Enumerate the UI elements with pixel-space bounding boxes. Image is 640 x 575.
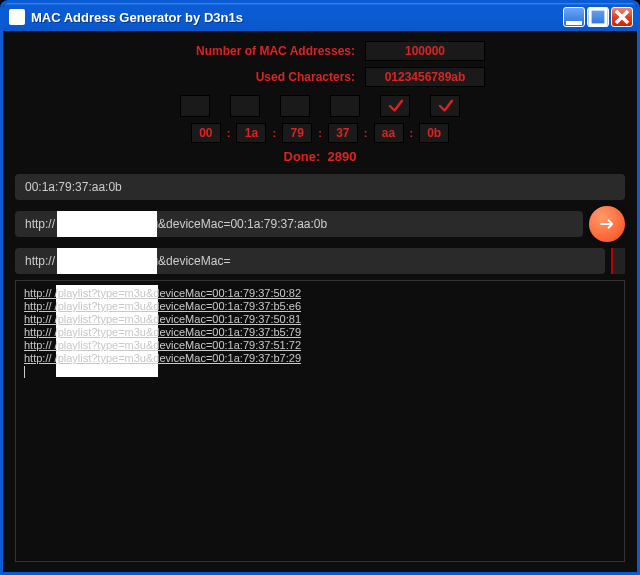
close-button[interactable] <box>611 7 633 27</box>
lock-checkbox-1[interactable] <box>230 95 260 117</box>
window-title: MAC Address Generator by D3n1s <box>31 10 563 25</box>
output-line[interactable]: http:// /playlist?type=m3u&deviceMac=00:… <box>24 287 616 299</box>
lock-row: ::::: <box>15 95 625 117</box>
titlebar[interactable]: MAC Address Generator by D3n1s <box>3 3 637 31</box>
redaction-box <box>57 211 157 237</box>
mac-segment-3[interactable]: 37 <box>328 123 358 143</box>
mac-separator: : <box>318 127 322 139</box>
lock-checkbox-4[interactable] <box>380 95 410 117</box>
mac-segment-2[interactable]: 79 <box>282 123 312 143</box>
lock-checkbox-5[interactable] <box>430 95 460 117</box>
done-label: Done: <box>284 149 321 164</box>
mac-segment-5[interactable]: 0b <box>419 123 449 143</box>
mac-segment-4[interactable]: aa <box>374 123 404 143</box>
num-addresses-value[interactable]: 100000 <box>365 41 485 61</box>
check-icon <box>437 97 455 115</box>
output-line[interactable]: http:// /playlist?type=m3u&deviceMac=00:… <box>24 339 616 351</box>
mac-segment-1[interactable]: 1a <box>236 123 266 143</box>
app-window: MAC Address Generator by D3n1s Number of… <box>0 0 640 575</box>
app-icon <box>9 9 25 25</box>
url-template-field[interactable]: http:// /playlist?type=m3u&deviceMac= <box>15 248 605 274</box>
mac-separator: : <box>272 127 276 139</box>
redaction-box <box>57 248 157 274</box>
text-cursor <box>24 366 25 378</box>
done-status: Done: 2890 <box>15 149 625 164</box>
client-area: Number of MAC Addresses: 100000 Used Cha… <box>3 31 637 572</box>
mac-segment-row: 00:1a:79:37:aa:0b <box>15 123 625 143</box>
lock-checkbox-3[interactable] <box>330 95 360 117</box>
done-value: 2890 <box>328 149 357 164</box>
output-line[interactable]: http:// /playlist?type=m3u&deviceMac=00:… <box>24 300 616 312</box>
current-mac-field[interactable]: 00:1a:79:37:aa:0b <box>15 174 625 200</box>
used-chars-value[interactable]: 0123456789ab <box>365 67 485 87</box>
num-addresses-label: Number of MAC Addresses: <box>155 44 355 58</box>
output-line[interactable]: http:// /playlist?type=m3u&deviceMac=00:… <box>24 352 616 364</box>
output-line[interactable]: http:// /playlist?type=m3u&deviceMac=00:… <box>24 326 616 338</box>
scroll-button[interactable] <box>611 248 625 274</box>
lock-checkbox-2[interactable] <box>280 95 310 117</box>
used-chars-label: Used Characters: <box>155 70 355 84</box>
output-box[interactable]: http:// /playlist?type=m3u&deviceMac=00:… <box>15 280 625 562</box>
mac-separator: : <box>410 127 414 139</box>
arrow-right-icon <box>598 215 616 233</box>
url-full-field[interactable]: http:// /playlist?type=m3u&deviceMac=00:… <box>15 211 583 237</box>
mac-separator: : <box>227 127 231 139</box>
output-line[interactable]: http:// /playlist?type=m3u&deviceMac=00:… <box>24 313 616 325</box>
mac-segment-0[interactable]: 00 <box>191 123 221 143</box>
svg-rect-1 <box>590 9 606 25</box>
minimize-button[interactable] <box>563 7 585 27</box>
window-controls <box>563 7 633 27</box>
svg-rect-0 <box>566 21 582 25</box>
mac-separator: : <box>364 127 368 139</box>
maximize-button[interactable] <box>587 7 609 27</box>
check-icon <box>387 97 405 115</box>
lock-checkbox-0[interactable] <box>180 95 210 117</box>
current-mac-text: 00:1a:79:37:aa:0b <box>25 180 122 194</box>
go-button[interactable] <box>589 206 625 242</box>
